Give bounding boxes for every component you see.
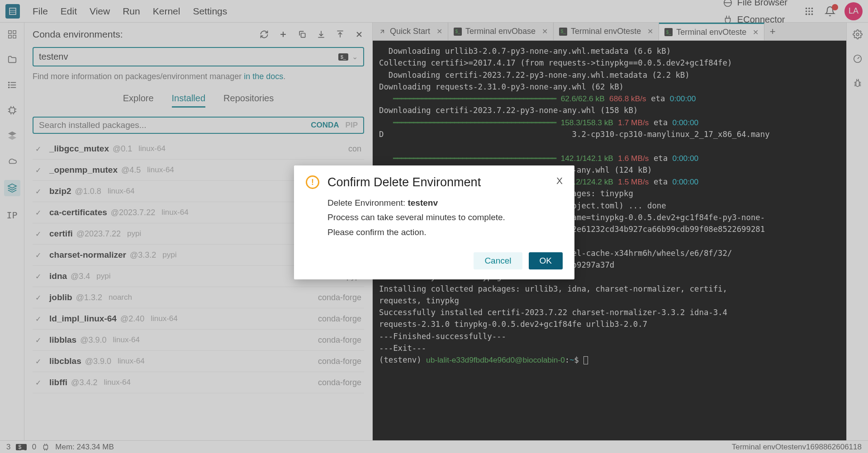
modal-close-button[interactable]: X <box>556 175 563 186</box>
cancel-button[interactable]: Cancel <box>474 252 522 269</box>
modal-title: Confirm Delete Environment <box>327 175 548 189</box>
confirm-delete-modal: ! Confirm Delete Environment X Delete En… <box>294 165 574 279</box>
ok-button[interactable]: OK <box>529 252 563 269</box>
modal-body: Delete Environment: testenv Process can … <box>327 196 563 240</box>
warning-icon: ! <box>306 175 319 189</box>
